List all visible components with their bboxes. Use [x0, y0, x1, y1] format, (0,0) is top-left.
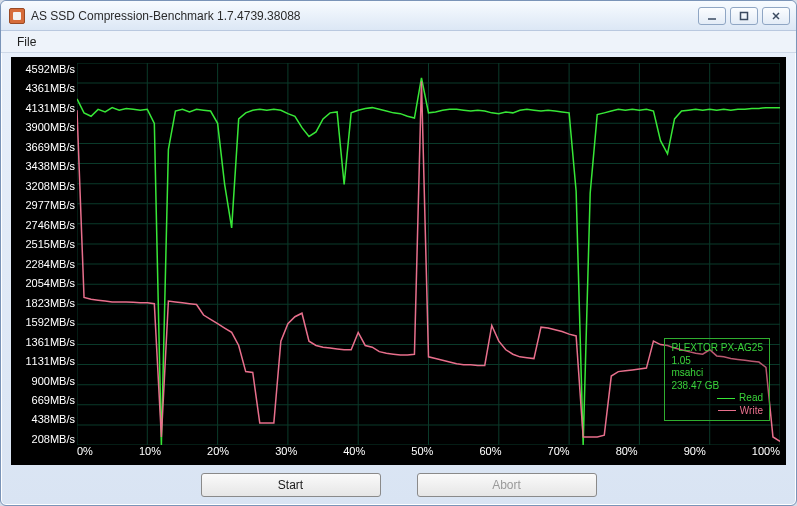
y-tick: 2746MB/s [13, 219, 75, 231]
y-tick: 900MB/s [13, 375, 75, 387]
close-icon [771, 11, 781, 21]
minimize-button[interactable] [698, 7, 726, 25]
y-tick: 1592MB/s [13, 316, 75, 328]
y-tick: 208MB/s [13, 433, 75, 445]
abort-button[interactable]: Abort [417, 473, 597, 497]
y-axis: 4592MB/s4361MB/s4131MB/s3900MB/s3669MB/s… [11, 57, 77, 445]
y-tick: 438MB/s [13, 413, 75, 425]
x-tick: 30% [275, 445, 297, 457]
legend-row-write: Write [671, 405, 763, 418]
x-tick: 10% [139, 445, 161, 457]
y-tick: 1131MB/s [13, 355, 75, 367]
x-tick: 0% [77, 445, 93, 457]
legend-driver: msahci [671, 367, 763, 380]
window-controls [698, 7, 790, 25]
y-tick: 4131MB/s [13, 102, 75, 114]
legend-swatch-read [717, 398, 735, 399]
y-tick: 3669MB/s [13, 141, 75, 153]
y-tick: 3438MB/s [13, 160, 75, 172]
chart: 4592MB/s4361MB/s4131MB/s3900MB/s3669MB/s… [11, 57, 786, 465]
plot-area: PLEXTOR PX-AG25 1.05 msahci 238.47 GB Re… [77, 63, 780, 445]
y-tick: 2284MB/s [13, 258, 75, 270]
x-axis: 0%10%20%30%40%50%60%70%80%90%100% [77, 445, 780, 465]
x-tick: 90% [684, 445, 706, 457]
menubar: File [1, 31, 796, 53]
y-tick: 2977MB/s [13, 199, 75, 211]
close-button[interactable] [762, 7, 790, 25]
y-tick: 3900MB/s [13, 121, 75, 133]
x-tick: 50% [411, 445, 433, 457]
x-tick: 70% [548, 445, 570, 457]
legend-device: PLEXTOR PX-AG25 [671, 342, 763, 355]
y-tick: 1361MB/s [13, 336, 75, 348]
start-button[interactable]: Start [201, 473, 381, 497]
y-tick: 2054MB/s [13, 277, 75, 289]
y-tick: 1823MB/s [13, 297, 75, 309]
titlebar[interactable]: AS SSD Compression-Benchmark 1.7.4739.38… [1, 1, 796, 31]
legend-capacity: 238.47 GB [671, 380, 763, 393]
maximize-button[interactable] [730, 7, 758, 25]
legend: PLEXTOR PX-AG25 1.05 msahci 238.47 GB Re… [664, 338, 770, 421]
app-icon [9, 8, 25, 24]
legend-write-label: Write [740, 405, 763, 418]
x-tick: 60% [479, 445, 501, 457]
x-tick: 40% [343, 445, 365, 457]
minimize-icon [707, 11, 717, 21]
legend-row-read: Read [671, 392, 763, 405]
y-tick: 3208MB/s [13, 180, 75, 192]
legend-firmware: 1.05 [671, 355, 763, 368]
legend-swatch-write [718, 410, 736, 411]
svg-rect-1 [741, 12, 748, 19]
button-bar: Start Abort [11, 465, 786, 505]
menu-file[interactable]: File [9, 33, 44, 51]
legend-read-label: Read [739, 392, 763, 405]
x-tick: 100% [752, 445, 780, 457]
content-area: 4592MB/s4361MB/s4131MB/s3900MB/s3669MB/s… [1, 53, 796, 505]
x-tick: 20% [207, 445, 229, 457]
app-window: AS SSD Compression-Benchmark 1.7.4739.38… [0, 0, 797, 506]
y-tick: 2515MB/s [13, 238, 75, 250]
x-tick: 80% [616, 445, 638, 457]
y-tick: 4592MB/s [13, 63, 75, 75]
y-tick: 669MB/s [13, 394, 75, 406]
y-tick: 4361MB/s [13, 82, 75, 94]
window-title: AS SSD Compression-Benchmark 1.7.4739.38… [31, 9, 300, 23]
maximize-icon [739, 11, 749, 21]
